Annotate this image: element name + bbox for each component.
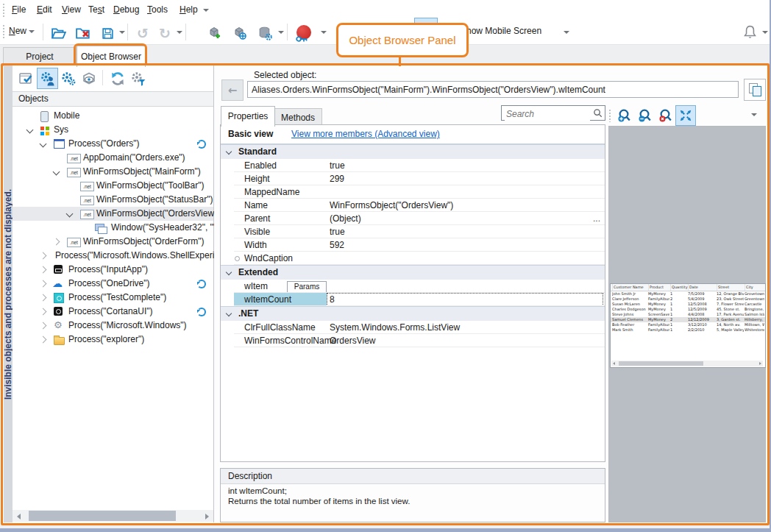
property-row-winformscontrolname[interactable]: WinFormsControlNameOrdersView [221, 334, 605, 347]
menu-help[interactable]: Help [177, 0, 201, 20]
property-row-height[interactable]: Height299 [221, 172, 605, 185]
scroll-left-arrow[interactable] [17, 514, 21, 519]
collapse-chevron-icon[interactable] [40, 294, 47, 302]
toolbar-grip[interactable] [2, 24, 5, 40]
copy-object-name-button[interactable] [744, 79, 766, 101]
tree-item-process-cortanaui[interactable]: Process("CortanaUI") [13, 305, 213, 319]
selected-object-input[interactable] [247, 81, 739, 98]
group-extended[interactable]: Extended [221, 265, 605, 280]
new-button[interactable]: New [9, 26, 35, 36]
tree-item-process-microsoft-windows[interactable]: ⚙ Process("Microsoft.Windows") [13, 319, 213, 333]
data-generator-caret[interactable] [278, 31, 284, 34]
collapse-chevron-icon[interactable] [40, 280, 47, 288]
view-name-mapping-button[interactable] [15, 68, 37, 89]
search-input[interactable] [505, 107, 590, 121]
parent-more-button[interactable]: ... [593, 212, 600, 225]
property-row-parent[interactable]: Parent(Object)... [221, 212, 605, 225]
tab-properties[interactable]: Properties [221, 106, 275, 127]
tree-item-process-testcomplete[interactable]: Process("TestComplete") [13, 291, 213, 305]
save-caret[interactable] [119, 31, 125, 34]
scroll-right-arrow[interactable] [205, 514, 209, 519]
collapse-chevron-icon[interactable] [40, 252, 47, 260]
tree-item-process-explorer[interactable]: Process("explorer") [13, 333, 213, 347]
collapse-chevron-icon[interactable] [40, 266, 47, 274]
expand-chevron-icon[interactable] [53, 169, 60, 176]
menu-view[interactable]: View [59, 0, 84, 20]
redo-button[interactable]: ↻ [154, 22, 176, 44]
group-standard[interactable]: Standard [221, 144, 605, 159]
value-focus-outline[interactable] [327, 293, 603, 306]
undo-button[interactable]: ↺ [132, 22, 154, 44]
menu-tools[interactable]: Tools [144, 0, 171, 20]
notifications-caret[interactable] [762, 31, 768, 34]
params-button[interactable]: Params [287, 281, 327, 293]
show-mobile-caret[interactable] [564, 31, 569, 34]
tree-item-toolbar[interactable]: .net WinFormsObject("ToolBar") [13, 179, 213, 193]
tree-item-appdomain-orders[interactable]: .net AppDomain("Orders.exe") [13, 151, 213, 165]
tab-project-workspace[interactable]: Project Workspace [3, 47, 77, 66]
menu-test[interactable]: Test [85, 0, 107, 20]
tree-item-process-inputapp[interactable]: Process("InputApp") [13, 263, 213, 277]
add-object-button[interactable] [203, 22, 227, 44]
tree-item-sys[interactable]: Sys [13, 123, 213, 137]
record-caret[interactable] [321, 31, 327, 34]
tree-horizontal-scrollbar[interactable] [13, 510, 213, 522]
tree-item-statusbar[interactable]: .net WinFormsObject("StatusBar") [13, 193, 213, 207]
tree-item-process-orders[interactable]: Process("Orders") [13, 137, 213, 151]
scrollbar-thumb[interactable] [29, 511, 176, 521]
zoom-reset-button[interactable] [655, 105, 676, 126]
object-properties-button[interactable] [57, 68, 79, 89]
expand-chevron-icon[interactable] [26, 127, 34, 134]
open-project-button[interactable] [47, 22, 71, 44]
object-spy-button[interactable] [228, 22, 252, 44]
back-button[interactable]: ← [221, 79, 244, 101]
group-collapse-icon[interactable] [226, 269, 232, 275]
advanced-view-link[interactable]: View more members (Advanced view) [291, 125, 440, 143]
tree-item-mobile[interactable]: Mobile [13, 109, 213, 123]
property-row-enabled[interactable]: Enabledtrue [221, 159, 605, 172]
collapse-chevron-icon[interactable] [53, 238, 60, 246]
filter-button[interactable] [127, 68, 149, 89]
record-test-button[interactable] [291, 21, 316, 45]
new-caret[interactable] [29, 30, 35, 33]
property-row-width[interactable]: Width592 [221, 238, 605, 252]
preview-toolbar-grip[interactable] [608, 109, 611, 122]
property-row-witemcount[interactable]: wItemCount8 [221, 293, 605, 306]
zoom-in-button[interactable] [614, 105, 635, 126]
menu-edit[interactable]: Edit [34, 0, 55, 20]
expand-chevron-icon[interactable] [66, 210, 74, 218]
close-project-button[interactable] [71, 22, 95, 44]
property-row-visible[interactable]: Visibletrue [221, 225, 605, 238]
collapse-chevron-icon[interactable] [40, 322, 47, 330]
menu-debug[interactable]: Debug [110, 0, 142, 20]
fit-to-window-button[interactable] [675, 105, 696, 126]
menubar-grip[interactable] [2, 3, 5, 17]
show-mobile-screen-label[interactable]: Show Mobile Screen [461, 26, 541, 36]
data-generator-button[interactable] [253, 22, 277, 44]
group-dotnet[interactable]: .NET [221, 306, 605, 321]
preview-toolbar-caret[interactable] [751, 113, 757, 116]
tree-item-mainform[interactable]: .net WinFormsObject("MainForm") [13, 165, 213, 179]
highlight-object-button[interactable] [78, 68, 99, 89]
notifications-button[interactable] [739, 20, 761, 43]
property-row-name[interactable]: NameWinFormsObject("OrdersView") [221, 199, 605, 212]
collapse-chevron-icon[interactable] [40, 336, 47, 344]
property-row-wndcaption[interactable]: WndCaption [221, 252, 605, 265]
menu-file[interactable]: File [9, 0, 29, 20]
tree-item-process-shellexperience[interactable]: Process("Microsoft.Windows.ShellExperien… [13, 249, 213, 263]
property-row-witem[interactable]: wItemParams [221, 280, 605, 293]
property-row-mappedname[interactable]: MappedName [221, 185, 605, 199]
collapse-chevron-icon[interactable] [40, 308, 47, 316]
object-browser-mode-button[interactable] [37, 68, 58, 89]
save-button[interactable] [96, 22, 118, 44]
tree-item-process-onedrive[interactable]: ☁ Process("OneDrive") [13, 277, 213, 291]
tab-object-browser[interactable]: Object Browser [77, 46, 146, 67]
tree-item-orderform[interactable]: .net WinFormsObject("OrderForm") [13, 235, 213, 249]
menu-overflow-caret[interactable] [203, 9, 209, 12]
group-collapse-icon[interactable] [226, 149, 232, 155]
property-row-clrfullclassname[interactable]: ClrFullClassNameSystem.Windows.Forms.Lis… [221, 321, 605, 334]
tree-item-sysheader[interactable]: Window("SysHeader32", "", 1) [13, 221, 213, 235]
refresh-button[interactable] [107, 68, 128, 89]
group-collapse-icon[interactable] [226, 311, 232, 316]
redo-caret[interactable] [177, 31, 182, 34]
